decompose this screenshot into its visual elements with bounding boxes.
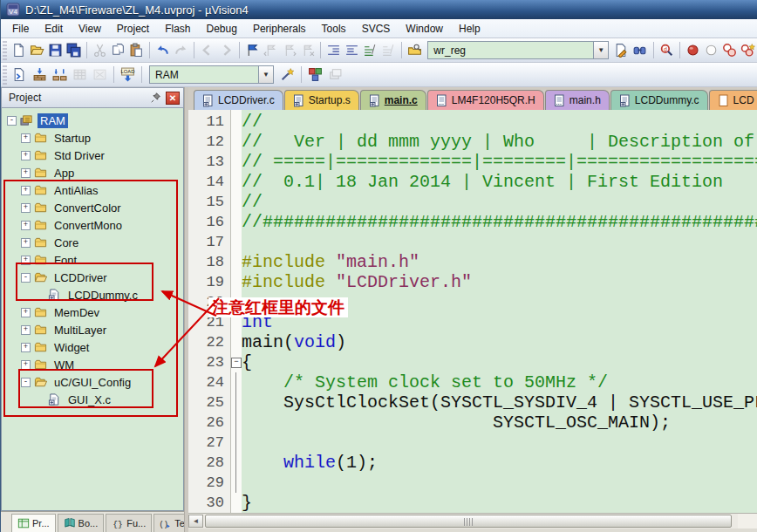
expand-icon[interactable]: +: [21, 186, 31, 195]
menu-item-tools[interactable]: Tools: [314, 20, 354, 38]
expand-icon[interactable]: +: [21, 343, 31, 352]
expand-icon[interactable]: +: [21, 133, 31, 143]
scrollbar-thumb[interactable]: [205, 515, 732, 528]
toolbar-grip[interactable]: [3, 65, 7, 85]
editor-tab-main-c[interactable]: main.c: [360, 90, 426, 110]
tree-item-multilayer[interactable]: +MultiLayer: [2, 321, 183, 338]
expand-icon[interactable]: +: [21, 203, 31, 213]
tree-item-antialias[interactable]: +AntiAlias: [2, 181, 183, 199]
editor-tab-lcddriver-c[interactable]: LCDDriver.c: [194, 90, 283, 110]
menu-item-debug[interactable]: Debug: [199, 20, 245, 38]
translate-button[interactable]: [10, 65, 30, 85]
comment-button[interactable]: [361, 40, 379, 60]
paste-button[interactable]: [127, 40, 146, 60]
unindent-button[interactable]: [343, 40, 361, 60]
code-editor[interactable]: 注意红框里的文件 11//12// Ver | dd mmm yyyy | Wh…: [188, 110, 757, 513]
expand-icon[interactable]: +: [21, 168, 31, 178]
expand-icon[interactable]: +: [21, 256, 31, 265]
tree-item-widget[interactable]: +Widget: [2, 338, 183, 356]
tree-item-convertcolor[interactable]: +ConvertColor: [2, 199, 183, 216]
tree-item-std-driver[interactable]: +Std Driver: [2, 147, 183, 164]
menu-item-peripherals[interactable]: Peripherals: [245, 20, 314, 38]
tree-item-gui-x-c[interactable]: GUI_X.c: [2, 391, 183, 408]
editor-tab-lcd[interactable]: LCD: [709, 90, 757, 110]
tree-item-memdev[interactable]: +MemDev: [2, 304, 183, 321]
expand-icon[interactable]: +: [21, 221, 31, 230]
collapse-icon[interactable]: -: [21, 273, 31, 283]
editor-tab-startup-s[interactable]: Startup.s: [284, 90, 359, 110]
menu-item-edit[interactable]: Edit: [37, 20, 71, 38]
copy-button[interactable]: [109, 40, 127, 60]
panel-tab-fu[interactable]: {}Fu...: [106, 514, 152, 532]
menu-item-flash[interactable]: Flash: [157, 20, 198, 38]
redo-icon: [174, 43, 188, 58]
open-file-button[interactable]: [28, 40, 46, 60]
menu-item-view[interactable]: View: [71, 20, 109, 38]
indent-button[interactable]: [324, 40, 343, 60]
bookmark-toggle-button[interactable]: [242, 40, 261, 60]
close-icon[interactable]: ✕: [166, 92, 180, 105]
tree-item-lcddriver[interactable]: -LCDDriver: [2, 269, 183, 286]
pin-icon[interactable]: [149, 91, 163, 105]
search-combo-value[interactable]: wr_reg: [427, 41, 593, 59]
expand-icon[interactable]: +: [21, 151, 31, 160]
fold-collapse-icon[interactable]: [230, 352, 242, 372]
editor-tab-lm4f120h5qr-h[interactable]: LM4F120H5QR.H: [427, 90, 544, 110]
menu-item-project[interactable]: Project: [109, 20, 157, 38]
line-number: 14: [188, 172, 230, 192]
find-in-files-button[interactable]: [406, 40, 424, 60]
expand-icon[interactable]: +: [21, 308, 31, 317]
tree-item-convertmono[interactable]: +ConvertMono: [2, 216, 183, 234]
search-combo[interactable]: wr_reg▼: [427, 41, 609, 59]
new-file-button[interactable]: [10, 40, 28, 60]
tree-item-uc-gui-config[interactable]: -uC/GUI_Config: [2, 373, 183, 391]
scroll-left-arrow-icon[interactable]: ◄: [188, 515, 203, 528]
manage-components-button[interactable]: [305, 65, 325, 85]
tree-item-font[interactable]: +Font: [2, 251, 183, 269]
collapse-icon[interactable]: -: [7, 116, 17, 126]
disable-all-breakpoints-button[interactable]: [720, 40, 739, 60]
menu-item-file[interactable]: File: [4, 20, 37, 38]
chevron-down-icon[interactable]: ▼: [593, 41, 609, 59]
code-line-19: 19#include "LCDDriver.h": [188, 272, 757, 292]
kill-all-breakpoints-button[interactable]: [739, 40, 757, 60]
menu-item-help[interactable]: Help: [451, 20, 488, 38]
tree-item-lcddummy-c[interactable]: LCDDummy.c: [2, 286, 183, 304]
menu-item-svcs[interactable]: SVCS: [354, 20, 399, 38]
tree-item-startup[interactable]: +Startup: [2, 129, 183, 147]
build-button[interactable]: [30, 65, 50, 85]
save-button[interactable]: [46, 40, 65, 60]
panel-tab-pr[interactable]: Pr...: [11, 514, 56, 532]
menu-item-window[interactable]: Window: [398, 20, 451, 38]
search-results-button[interactable]: [612, 40, 631, 60]
toggle-breakpoint-button[interactable]: [683, 40, 701, 60]
save-all-button[interactable]: [65, 40, 83, 60]
editor-tab-main-h[interactable]: main.h: [545, 90, 610, 110]
tree-item-core[interactable]: +Core: [2, 234, 183, 251]
toolbar-separator: [653, 42, 654, 58]
target-select-combo[interactable]: RAM▼: [149, 65, 274, 84]
tree-item-wm[interactable]: +WM: [2, 356, 183, 373]
configure-target-button[interactable]: [277, 65, 297, 85]
expand-icon[interactable]: +: [21, 325, 31, 335]
toolbar-separator: [194, 42, 194, 58]
rebuild-button[interactable]: [50, 65, 70, 85]
tree-item-ram[interactable]: -RAM: [2, 112, 183, 129]
tree-item-app[interactable]: +App: [2, 164, 183, 181]
code-text: //: [242, 112, 757, 132]
collapse-icon[interactable]: -: [21, 378, 31, 387]
editor-tab-lcddummy-c[interactable]: LCDDummy.c: [610, 90, 708, 110]
enable-breakpoint-button[interactable]: [702, 40, 720, 60]
download-button[interactable]: LOAD: [118, 65, 138, 85]
title-bar[interactable]: V4 D:\ZL_M4\Fireware\ZL_M4.uvproj - µVis…: [1, 0, 757, 19]
expand-icon[interactable]: +: [21, 238, 31, 248]
editor-tab-label: LM4F120H5QR.H: [452, 94, 535, 106]
expand-icon[interactable]: +: [21, 360, 31, 370]
target-select-combo-value[interactable]: RAM: [149, 65, 258, 84]
find-button[interactable]: [631, 40, 649, 60]
chevron-down-icon[interactable]: ▼: [258, 65, 274, 84]
undo-button[interactable]: [153, 40, 172, 60]
panel-tab-bo[interactable]: Bo...: [58, 514, 105, 532]
toolbar-grip[interactable]: [3, 41, 7, 60]
incremental-find-button[interactable]: d: [657, 40, 675, 60]
